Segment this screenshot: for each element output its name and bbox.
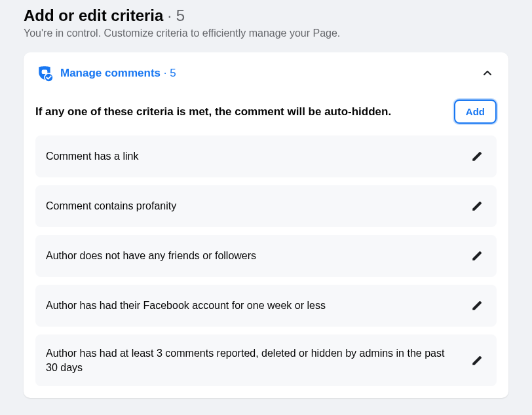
page-title-count: · 5 xyxy=(167,7,185,25)
criteria-text: Comment contains profanity xyxy=(46,199,176,213)
page-container: Add or edit criteria · 5 You're in contr… xyxy=(0,0,532,411)
pencil-icon xyxy=(471,300,483,312)
criteria-text: Author does not have any friends or foll… xyxy=(46,249,256,263)
section-header-left: Manage comments · 5 xyxy=(35,64,176,82)
criteria-list: Comment has a link Comment contains prof… xyxy=(35,135,497,386)
edit-button[interactable] xyxy=(468,352,486,370)
pencil-icon xyxy=(471,250,483,262)
chevron-up-icon xyxy=(482,68,493,79)
add-button[interactable]: Add xyxy=(454,99,497,124)
criteria-card: Manage comments · 5 If any one of these … xyxy=(24,52,508,398)
pencil-icon xyxy=(471,355,483,367)
criteria-text: Author has had at least 3 comments repor… xyxy=(46,346,457,374)
page-header: Add or edit criteria · 5 You're in contr… xyxy=(24,7,508,39)
criteria-text: Comment has a link xyxy=(46,149,138,164)
criteria-description-row: If any one of these criteria is met, the… xyxy=(35,89,497,135)
page-title-row: Add or edit criteria · 5 xyxy=(24,7,508,25)
section-header: Manage comments · 5 xyxy=(35,63,497,89)
pencil-icon xyxy=(471,151,483,162)
edit-button[interactable] xyxy=(468,197,486,215)
criteria-item: Author has had their Facebook account fo… xyxy=(35,285,497,327)
collapse-toggle[interactable] xyxy=(478,64,497,82)
criteria-description: If any one of these criteria is met, the… xyxy=(35,105,391,118)
manage-comments-link[interactable]: Manage comments · 5 xyxy=(60,67,176,80)
shield-comment-icon xyxy=(35,64,54,82)
edit-button[interactable] xyxy=(468,147,486,166)
svg-rect-1 xyxy=(42,70,48,75)
criteria-item: Author has had at least 3 comments repor… xyxy=(35,334,497,386)
page-title: Add or edit criteria xyxy=(24,7,163,25)
edit-button[interactable] xyxy=(468,297,486,315)
page-subtitle: You're in control. Customize criteria to… xyxy=(24,27,508,39)
manage-comments-label: Manage comments xyxy=(60,67,161,79)
edit-button[interactable] xyxy=(468,247,486,265)
criteria-item: Author does not have any friends or foll… xyxy=(35,235,497,277)
criteria-item: Comment contains profanity xyxy=(35,185,497,227)
pencil-icon xyxy=(471,200,483,212)
criteria-item: Comment has a link xyxy=(35,135,497,177)
manage-comments-count: · 5 xyxy=(164,67,176,79)
criteria-text: Author has had their Facebook account fo… xyxy=(46,298,326,313)
